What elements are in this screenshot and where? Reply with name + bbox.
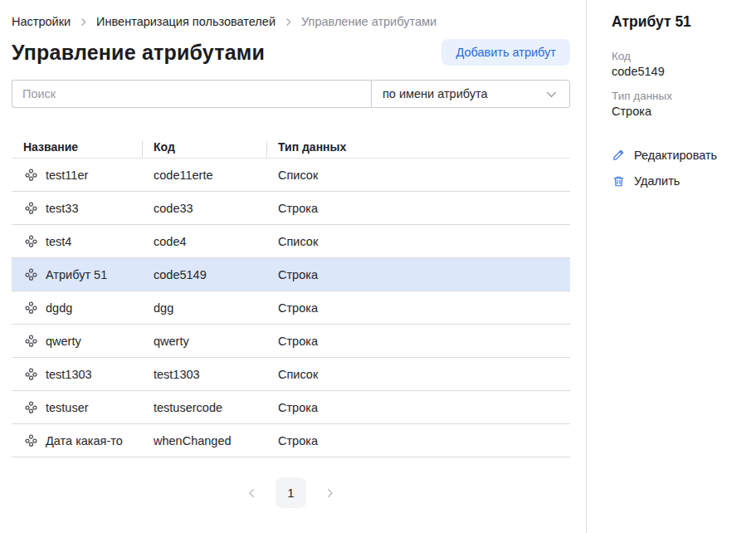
breadcrumb-item-attribute-management: Управление атрибутами	[301, 15, 437, 28]
row-code: whenChanged	[142, 434, 266, 447]
next-page-button[interactable]	[320, 484, 339, 502]
page-number-button[interactable]: 1	[276, 477, 306, 508]
detail-field-data-type: Тип данных Строка	[612, 90, 748, 118]
table-row[interactable]: dgdg dgg Строка	[12, 291, 570, 325]
field-value: Строка	[612, 105, 748, 118]
add-attribute-button[interactable]: Добавить атрибут	[441, 39, 570, 66]
table-header: Название Код Тип данных	[12, 135, 570, 159]
row-code: code4	[142, 235, 266, 248]
row-type: Строка	[266, 301, 570, 315]
chevron-right-icon	[324, 487, 335, 499]
row-code: code5149	[142, 268, 266, 281]
edit-attribute-button[interactable]: Редактировать	[612, 149, 748, 162]
breadcrumb-item-settings[interactable]: Настройки	[12, 15, 71, 28]
attributes-table: Название Код Тип данных test11er code11e…	[12, 135, 570, 457]
row-type: Список	[266, 169, 570, 182]
chevron-right-icon	[284, 17, 293, 27]
search-input[interactable]	[12, 80, 371, 108]
row-type: Строка	[266, 335, 570, 348]
table-row[interactable]: test1303 test1303 Список	[12, 358, 570, 391]
pencil-icon	[612, 149, 625, 162]
column-header-name: Название	[12, 140, 142, 154]
detail-field-code: Код code5149	[612, 50, 748, 78]
row-name: testuser	[46, 401, 89, 414]
attribute-nodes-icon	[25, 235, 37, 247]
column-header-type: Тип данных	[266, 140, 570, 154]
table-row[interactable]: qwerty qwerty Строка	[12, 325, 570, 358]
row-name: Дата какая-то	[46, 434, 123, 447]
row-code: code11erte	[142, 169, 266, 182]
row-code: test1303	[142, 368, 266, 381]
row-type: Список	[266, 368, 570, 381]
table-row[interactable]: testuser testusercode Строка	[12, 391, 570, 424]
chevron-right-icon	[79, 17, 88, 27]
delete-attribute-button[interactable]: Удалить	[612, 174, 748, 188]
attribute-management-page: Настройки Инвентаризация пользователей У…	[0, 0, 756, 533]
row-code: code33	[142, 202, 266, 215]
chevron-down-icon	[545, 88, 558, 100]
table-row-selected[interactable]: Атрибут 51 code5149 Строка	[12, 258, 570, 291]
attribute-nodes-icon	[25, 301, 37, 314]
row-code: testusercode	[142, 401, 266, 414]
attribute-nodes-icon	[25, 434, 37, 447]
row-name: test33	[46, 202, 79, 215]
field-label: Код	[612, 50, 748, 62]
detail-panel-title: Атрибут 51	[612, 13, 748, 31]
row-name: test11er	[46, 169, 88, 182]
row-type: Строка	[266, 401, 570, 414]
table-row[interactable]: test4 code4 Список	[12, 225, 570, 258]
row-name: test4	[46, 235, 71, 248]
pagination: 1	[12, 477, 570, 508]
breadcrumb: Настройки Инвентаризация пользователей У…	[12, 15, 570, 28]
row-name: Атрибут 51	[46, 268, 107, 281]
field-value: code5149	[612, 65, 748, 78]
detail-actions: Редактировать Удалить	[612, 149, 748, 188]
row-type: Строка	[266, 434, 570, 447]
search-bar: по имени атрибута	[12, 80, 570, 108]
attribute-detail-panel: Атрибут 51 Код code5149 Тип данных Строк…	[586, 0, 756, 533]
column-header-code: Код	[142, 140, 266, 154]
row-name: qwerty	[46, 335, 81, 348]
previous-page-button[interactable]	[243, 484, 261, 502]
attribute-nodes-icon	[25, 368, 37, 380]
filter-selected-value: по имени атрибута	[383, 87, 488, 100]
main-content: Настройки Инвентаризация пользователей У…	[0, 0, 586, 533]
field-label: Тип данных	[612, 90, 748, 102]
delete-label: Удалить	[634, 174, 680, 188]
attribute-nodes-icon	[25, 335, 37, 347]
page-title: Управление атрибутами	[12, 41, 265, 65]
trash-icon	[612, 175, 625, 188]
attribute-nodes-icon	[25, 268, 37, 281]
attribute-nodes-icon	[25, 169, 37, 181]
chevron-left-icon	[246, 487, 258, 499]
page-header: Управление атрибутами Добавить атрибут	[12, 39, 570, 66]
edit-label: Редактировать	[634, 149, 717, 162]
row-name: test1303	[46, 368, 92, 381]
table-row[interactable]: test33 code33 Строка	[12, 192, 570, 225]
attribute-nodes-icon	[25, 202, 37, 214]
row-code: dgg	[142, 301, 266, 315]
row-type: Список	[266, 235, 570, 248]
table-row[interactable]: test11er code11erte Список	[12, 159, 570, 192]
table-row[interactable]: Дата какая-то whenChanged Строка	[12, 424, 570, 457]
row-name: dgdg	[46, 301, 72, 315]
row-type: Строка	[266, 268, 570, 281]
search-filter-select[interactable]: по имени атрибута	[371, 80, 570, 108]
attribute-nodes-icon	[25, 401, 37, 413]
breadcrumb-item-user-inventory[interactable]: Инвентаризация пользователей	[96, 15, 276, 28]
row-code: qwerty	[142, 335, 266, 348]
row-type: Строка	[266, 202, 570, 215]
